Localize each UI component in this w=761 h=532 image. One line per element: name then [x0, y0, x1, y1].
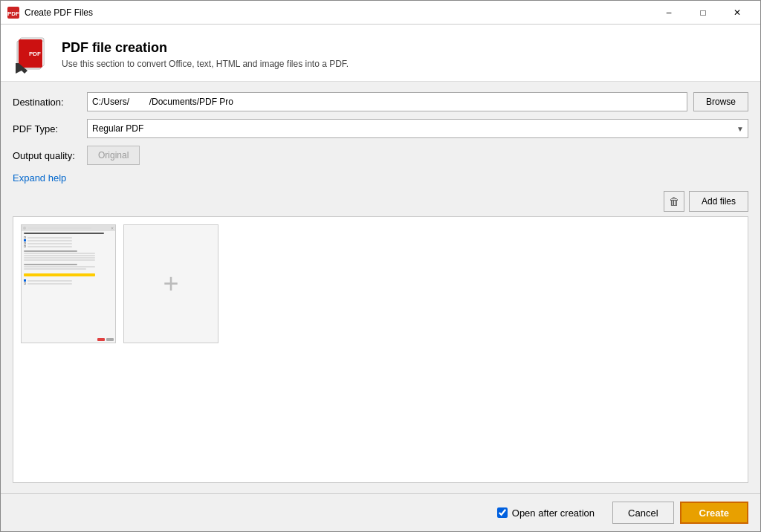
header-text: PDF file creation Use this section to co…: [62, 40, 349, 69]
maximize-button[interactable]: □: [686, 1, 720, 25]
pdf-type-select[interactable]: Regular PDF PDF/A PDF/X: [87, 119, 748, 138]
create-button[interactable]: Create: [680, 502, 748, 524]
window-title: Create PDF Files: [25, 7, 652, 18]
header-title: PDF file creation: [62, 40, 349, 56]
plus-icon: +: [163, 268, 178, 299]
browse-button[interactable]: Browse: [693, 92, 748, 111]
add-file-placeholder[interactable]: +: [123, 224, 218, 343]
file-preview: ✕: [22, 225, 115, 343]
trash-icon: 🗑: [669, 195, 679, 207]
destination-label: Destination:: [13, 97, 87, 108]
header-icon: PDF: [13, 35, 51, 74]
open-after-label: Open after creation: [512, 507, 595, 519]
pdf-type-select-wrap: Regular PDF PDF/A PDF/X ▼: [87, 119, 748, 138]
svg-text:PDF: PDF: [7, 10, 19, 17]
destination-row: Destination: Browse: [13, 92, 748, 111]
delete-button[interactable]: 🗑: [664, 191, 684, 212]
expand-help-link[interactable]: Expand help: [13, 172, 748, 184]
files-toolbar: 🗑 Add files: [13, 191, 748, 212]
title-bar: PDF Create PDF Files – □ ✕: [1, 1, 760, 25]
minimize-button[interactable]: –: [652, 1, 686, 25]
files-area: ✕: [13, 216, 748, 483]
output-quality-button[interactable]: Original: [87, 146, 140, 165]
close-button[interactable]: ✕: [720, 1, 754, 25]
header-subtitle: Use this section to convert Office, text…: [62, 59, 349, 69]
file-thumbnail[interactable]: ✕: [21, 224, 116, 343]
window-controls: – □ ✕: [652, 1, 754, 25]
footer: Open after creation Cancel Create: [1, 493, 760, 531]
destination-input[interactable]: [87, 92, 687, 111]
cancel-button[interactable]: Cancel: [612, 502, 673, 524]
main-window: PDF Create PDF Files – □ ✕ PDF PDF file: [0, 0, 761, 532]
pdf-type-label: PDF Type:: [13, 123, 87, 134]
pdf-type-row: PDF Type: Regular PDF PDF/A PDF/X ▼: [13, 119, 748, 138]
output-quality-row: Output quality: Original: [13, 146, 748, 165]
header-section: PDF PDF file creation Use this section t…: [1, 25, 760, 82]
add-files-button[interactable]: Add files: [689, 191, 748, 212]
main-content: Destination: Browse PDF Type: Regular PD…: [1, 82, 760, 493]
open-after-checkbox[interactable]: [497, 507, 508, 518]
footer-left: Open after creation: [13, 507, 606, 519]
svg-text:PDF: PDF: [29, 51, 41, 57]
output-quality-label: Output quality:: [13, 150, 87, 161]
app-icon: PDF: [7, 6, 20, 19]
